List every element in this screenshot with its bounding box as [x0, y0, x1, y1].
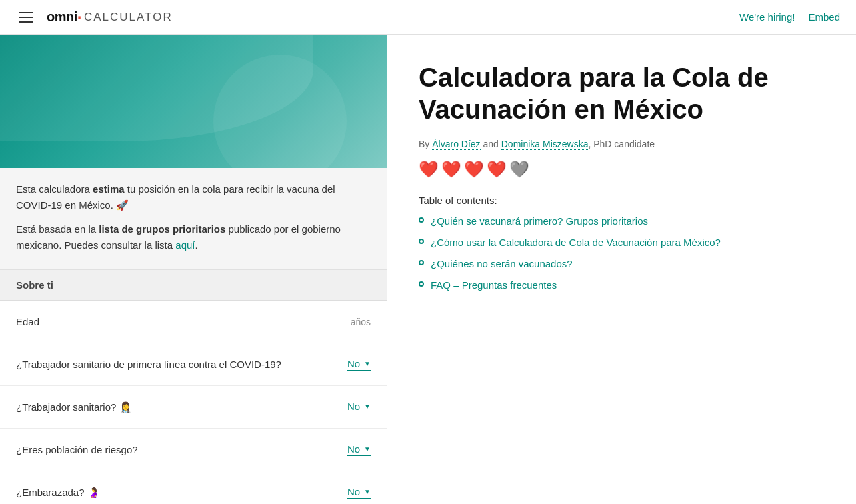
toc-bullet-2	[419, 239, 424, 244]
logo-omni-text: omni	[47, 9, 77, 25]
byline: By Álvaro Díez and Dominika Miszewska, P…	[419, 139, 824, 149]
covid-worker-label: ¿Trabajador sanitario de primera línea c…	[16, 357, 347, 371]
hearts-rating: ❤️ ❤️ ❤️ ❤️ 🩶	[419, 160, 824, 179]
covid-worker-value: No	[347, 358, 360, 369]
embarazada-label: ¿Embarazada? 🤰	[16, 485, 347, 499]
logo-dot: ·	[77, 9, 81, 25]
riesgo-label: ¿Eres población de riesgo?	[16, 443, 347, 457]
covid-worker-select[interactable]: No ▼	[347, 358, 371, 371]
header-left: omni·CALCULATOR	[16, 9, 173, 25]
riesgo-select[interactable]: No ▼	[347, 443, 371, 456]
description-box: Esta calculadora estima tu posición en l…	[0, 168, 387, 270]
heart-4: ❤️	[487, 160, 507, 179]
author2-link[interactable]: Dominika Miszewska	[501, 139, 589, 150]
hiring-link[interactable]: We're hiring!	[739, 11, 795, 23]
aqui-link[interactable]: aquí	[175, 239, 195, 251]
toc-link-4[interactable]: FAQ – Preguntas frecuentes	[431, 278, 557, 293]
embed-link[interactable]: Embed	[808, 11, 840, 23]
site-header: omni·CALCULATOR We're hiring! Embed	[0, 0, 856, 35]
toc-link-2[interactable]: ¿Cómo usar la Calculadora de Cola de Vac…	[431, 235, 721, 250]
right-panel: Calculadora para la Cola de Vacunación e…	[387, 35, 856, 504]
riesgo-arrow: ▼	[364, 445, 371, 453]
sanitario-value: No	[347, 401, 360, 412]
covid-worker-arrow: ▼	[364, 360, 371, 367]
calculator-section: Sobre ti Edad años ¿Trabajador sanitario…	[0, 270, 387, 504]
toc-title: Table of contents:	[419, 195, 824, 206]
toc-item-3: ¿Quiénes no serán vacunados?	[419, 257, 824, 271]
toc-bullet-3	[419, 260, 424, 265]
toc-bullet-4	[419, 281, 424, 287]
sanitario-row: ¿Trabajador sanitario? 👩‍⚕️ No ▼	[0, 386, 387, 429]
sanitario-select[interactable]: No ▼	[347, 401, 371, 413]
left-panel: Esta calculadora estima tu posición en l…	[0, 35, 387, 504]
edad-label: Edad	[16, 315, 305, 329]
edad-input[interactable]	[305, 315, 345, 329]
sanitario-arrow: ▼	[364, 403, 371, 410]
toc-link-1[interactable]: ¿Quién se vacunará primero? Grupos prior…	[431, 214, 648, 229]
edad-unit: años	[351, 317, 371, 327]
toc-link-3[interactable]: ¿Quiénes no serán vacunados?	[431, 257, 573, 271]
heart-2: ❤️	[441, 160, 461, 179]
toc-item-2: ¿Cómo usar la Calculadora de Cola de Vac…	[419, 235, 824, 250]
hamburger-menu[interactable]	[16, 9, 36, 25]
covid-worker-row: ¿Trabajador sanitario de primera línea c…	[0, 343, 387, 386]
riesgo-row: ¿Eres población de riesgo? No ▼	[0, 429, 387, 471]
embarazada-select[interactable]: No ▼	[347, 486, 371, 499]
section-header: Sobre ti	[0, 270, 387, 301]
riesgo-value: No	[347, 443, 360, 455]
toc-bullet-1	[419, 217, 424, 223]
embarazada-row: ¿Embarazada? 🤰 No ▼	[0, 471, 387, 504]
site-logo[interactable]: omni·CALCULATOR	[47, 9, 173, 25]
embarazada-arrow: ▼	[364, 488, 371, 495]
page-layout: Esta calculadora estima tu posición en l…	[0, 35, 856, 504]
toc-list: ¿Quién se vacunará primero? Grupos prior…	[419, 214, 824, 293]
sanitario-label: ¿Trabajador sanitario? 👩‍⚕️	[16, 400, 347, 414]
article-title: Calculadora para la Cola de Vacunación e…	[419, 61, 824, 125]
hero-image	[0, 35, 387, 168]
heart-1: ❤️	[419, 160, 439, 179]
toc-item-1: ¿Quién se vacunará primero? Grupos prior…	[419, 214, 824, 229]
description-paragraph-2: Está basada en la lista de grupos priori…	[16, 221, 371, 253]
author1-link[interactable]: Álvaro Díez	[432, 139, 480, 150]
edad-row: Edad años	[0, 301, 387, 343]
heart-5: 🩶	[509, 160, 529, 179]
heart-3: ❤️	[464, 160, 484, 179]
toc-item-4: FAQ – Preguntas frecuentes	[419, 278, 824, 293]
embarazada-value: No	[347, 486, 360, 497]
header-right: We're hiring! Embed	[739, 11, 840, 23]
logo-calc-text: CALCULATOR	[84, 11, 173, 24]
description-paragraph-1: Esta calculadora estima tu posición en l…	[16, 181, 371, 213]
